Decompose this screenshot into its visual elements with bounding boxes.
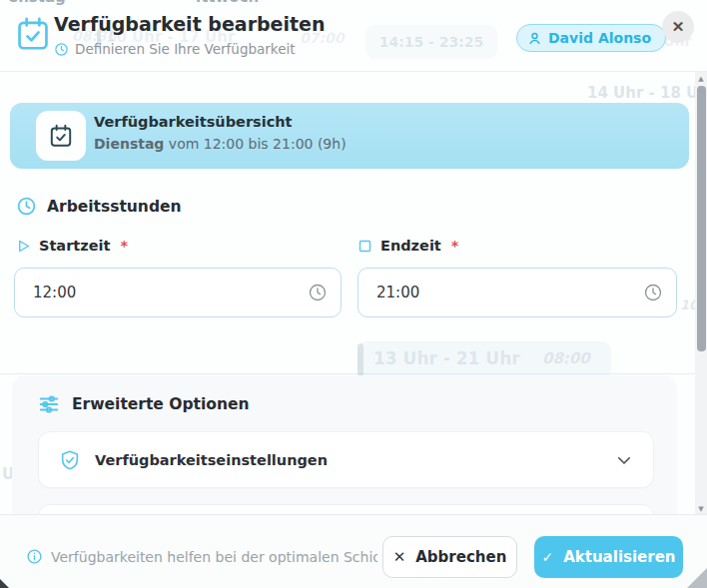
work-hours-section-title: Arbeitsstunden bbox=[16, 196, 182, 217]
start-time-input[interactable] bbox=[14, 268, 342, 317]
advanced-options-title-text: Erweiterte Optionen bbox=[72, 395, 250, 413]
scroll-up-arrow-icon[interactable]: ▲ bbox=[695, 75, 707, 83]
clock-icon bbox=[54, 42, 69, 57]
footer-info: Verfügbarkeiten helfen bei der optimalen… bbox=[26, 548, 377, 565]
resize-handle-corner bbox=[687, 568, 707, 588]
advanced-options-section-title: Erweiterte Optionen bbox=[38, 393, 250, 415]
chevron-down-icon bbox=[615, 451, 633, 469]
update-button[interactable]: ✓ Aktualisieren bbox=[534, 536, 683, 578]
accordion-label: Verfügbarkeitseinstellungen bbox=[95, 452, 601, 468]
footer-info-text: Verfügbarkeiten helfen bei der optimalen… bbox=[51, 549, 377, 565]
banner-time-range: vom 12:00 bis 21:00 (9h) bbox=[164, 136, 346, 152]
scroll-down-arrow-icon[interactable]: ▼ bbox=[695, 505, 707, 513]
modal-subtitle: Definieren Sie Ihre Verfügbarkeit bbox=[54, 41, 296, 57]
scrollbar-thumb[interactable] bbox=[697, 86, 706, 351]
user-badge[interactable]: David Alonso bbox=[516, 24, 666, 52]
clock-icon[interactable] bbox=[308, 283, 328, 302]
banner-detail: Dienstag vom 12:00 bis 21:00 (9h) bbox=[94, 136, 347, 152]
cancel-button[interactable]: ✕ Abbrechen bbox=[382, 536, 517, 578]
modal-header: Verfügbarkeit bearbeiten Definieren Sie … bbox=[0, 0, 707, 72]
close-x-icon: ✕ bbox=[393, 548, 406, 566]
end-time-label-text: Endzeit bbox=[380, 238, 441, 254]
vertical-scrollbar[interactable]: ▲ ▼ bbox=[695, 72, 707, 516]
banner-title: Verfügbarkeitsübersicht bbox=[94, 114, 347, 130]
availability-settings-accordion[interactable]: Verfügbarkeitseinstellungen bbox=[38, 431, 654, 488]
end-time-label: Endzeit * bbox=[357, 238, 458, 254]
backdrop-corner-bottom-left bbox=[0, 579, 9, 588]
play-icon bbox=[16, 239, 31, 254]
calendar-check-icon bbox=[14, 13, 52, 55]
check-icon: ✓ bbox=[541, 549, 553, 565]
cancel-button-label: Abbrechen bbox=[415, 548, 506, 566]
modal-body: Verfügbarkeitsübersicht Dienstag vom 12:… bbox=[0, 72, 695, 514]
start-time-field bbox=[14, 268, 342, 317]
close-button[interactable]: ✕ bbox=[662, 11, 694, 43]
modal-subtitle-text: Definieren Sie Ihre Verfügbarkeit bbox=[75, 41, 296, 57]
banner-day: Dienstag bbox=[94, 136, 164, 152]
end-time-input[interactable] bbox=[357, 268, 677, 317]
availability-overview-banner: Verfügbarkeitsübersicht Dienstag vom 12:… bbox=[10, 103, 689, 169]
stop-square-icon bbox=[357, 239, 372, 254]
edit-availability-modal: enstag ittwoch 08:30 10 Uhr - 17 Uhr 07:… bbox=[0, 0, 707, 588]
page-title: Verfügbarkeit bearbeiten bbox=[54, 13, 326, 35]
start-time-label-text: Startzeit bbox=[39, 238, 110, 254]
update-button-label: Aktualisieren bbox=[563, 548, 675, 566]
start-time-label: Startzeit * bbox=[16, 238, 128, 254]
clock-icon bbox=[16, 196, 37, 217]
work-hours-title-text: Arbeitsstunden bbox=[47, 198, 182, 216]
end-time-field bbox=[357, 268, 677, 317]
shield-check-icon bbox=[59, 449, 81, 471]
info-icon bbox=[26, 548, 43, 565]
modal-footer: Verfügbarkeiten helfen bei der optimalen… bbox=[0, 514, 707, 588]
calendar-check-icon bbox=[36, 111, 86, 161]
user-badge-name: David Alonso bbox=[548, 30, 651, 46]
clock-icon[interactable] bbox=[643, 283, 663, 302]
required-marker: * bbox=[120, 238, 128, 254]
close-icon: ✕ bbox=[672, 18, 685, 36]
required-marker: * bbox=[451, 238, 459, 254]
user-icon bbox=[527, 31, 542, 46]
sliders-icon bbox=[38, 393, 60, 415]
